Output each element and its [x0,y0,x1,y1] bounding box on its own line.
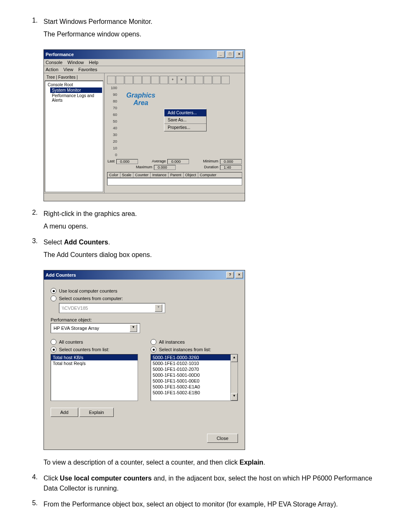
hdr-computer[interactable]: Computer [198,172,242,177]
context-save-as[interactable]: Save As... [164,116,206,123]
stat-last-label: Last [107,159,115,164]
dialog-controls: ? × [226,272,243,278]
menu-action[interactable]: Action [46,67,59,72]
gt-btn[interactable] [133,76,142,84]
context-properties[interactable]: Properties... [164,123,206,131]
menu-favorites[interactable]: Favorites [78,67,97,72]
list-item[interactable]: 5000-1FE1-0102-1010 [151,360,238,366]
list-item[interactable]: 5000-1FE1-5001-00D0 [151,372,238,378]
counters-listbox[interactable]: Total host KB/s Total host Req/s [51,354,138,401]
menu-help[interactable]: Help [89,60,98,65]
gt-btn[interactable] [195,76,203,84]
gt-btn[interactable] [116,76,124,84]
radio-all-instances[interactable] [151,339,156,345]
list-item[interactable]: 5000-1FE1-0102-2070 [151,366,238,372]
menu-window[interactable]: Window [67,60,84,65]
ytick: 50 [107,119,117,123]
step-1-line-2: The Performance window opens. [43,29,374,39]
hdr-parent[interactable]: Parent [169,172,184,177]
gt-btn[interactable] [212,76,221,84]
add-button[interactable]: Add [51,408,78,417]
hdr-object[interactable]: Object [184,172,198,177]
step-3-body: Select Add Counters. The Add Counters di… [43,237,374,262]
radio-select-computer-row[interactable]: Select counters from computer: [51,296,238,301]
step-5-line: From the Performance object box, select … [43,499,374,509]
hdr-counter[interactable]: Counter [133,172,151,177]
radio-all-counters-row[interactable]: All counters [51,339,138,345]
radio-all-counters[interactable] [51,339,56,345]
hdr-scale[interactable]: Scale [120,172,134,177]
perf-object-combo[interactable]: HP EVA Storage Array ▼ [51,323,140,333]
menu-console[interactable]: Console [46,60,62,65]
gt-btn[interactable] [186,76,194,84]
chevron-down-icon[interactable]: ▼ [130,324,137,332]
menu-view[interactable]: View [64,67,74,72]
scroll-up-icon[interactable]: ▲ [231,355,238,362]
list-item[interactable]: 5000-1FE1-5002-E1A0 [151,384,238,390]
gt-btn[interactable] [142,76,151,84]
help-icon[interactable]: ? [226,272,234,278]
hdr-color[interactable]: Color [107,172,120,177]
gt-btn[interactable] [151,76,159,84]
step-2-line-2: A menu opens. [43,221,374,231]
list-item[interactable]: 5000-1FE1-5002-E1B0 [151,390,238,396]
maximize-icon[interactable]: □ [226,51,234,58]
step-5-number: 5. [25,499,43,512]
step-1-number: 1. [25,17,43,42]
perf-object-value: HP EVA Storage Array [54,326,99,331]
context-add-counters[interactable]: Add Counters... [164,109,206,116]
s3-pre: Select [43,239,64,246]
tree-root[interactable]: Console Root [46,82,102,87]
chevron-down-icon[interactable]: ▼ [155,304,162,312]
stat-min-label: Minimum [203,159,218,164]
scrollbar[interactable]: ▲ ▼ [230,355,238,401]
radio-all-instances-row[interactable]: All instances [151,339,238,345]
context-menu: Add Counters... Save As... Properties... [164,109,207,131]
list-item[interactable]: 5000-1FE1-5001-00E0 [151,378,238,384]
gt-btn[interactable] [204,76,212,84]
radio-local-label: Use local computer counters [59,288,117,293]
radio-select-computer[interactable] [51,296,56,301]
gt-btn[interactable] [221,76,230,84]
chart-area[interactable]: 100 90 80 70 60 50 40 30 20 10 0 [107,86,242,157]
close-icon[interactable]: × [235,51,243,58]
radio-select-counters[interactable] [51,347,56,352]
gt-btn[interactable]: × [177,76,186,84]
gt-btn[interactable] [107,76,115,84]
tree-system-monitor[interactable]: System Monitor [50,87,102,93]
perf-object-label: Performance object: [51,317,238,322]
stat-avg-value: 0.000 [167,159,189,164]
close-icon[interactable]: × [235,272,243,278]
list-item[interactable]: 5000-1FE1-0000-3260 [151,355,238,360]
gt-btn[interactable] [125,76,133,84]
explain-body: To view a description of a counter, sele… [43,457,374,470]
tree-logs-alerts[interactable]: Performance Logs and Alerts [50,93,102,103]
radio-select-instances-row[interactable]: Select instances from list: [151,347,238,352]
radio-select-instances[interactable] [151,347,156,352]
radio-local[interactable] [51,288,56,294]
radio-all-counters-label: All counters [59,339,83,344]
gt-btn[interactable] [160,76,168,84]
gt-btn[interactable]: + [169,76,177,84]
list-item[interactable]: Total host Req/s [51,360,138,366]
dialog-title: Add Counters [46,272,76,278]
graph-toolbar: +× [107,76,242,84]
list-item[interactable]: Total host KB/s [51,355,138,360]
tree-list[interactable]: Console Root System Monitor Performance … [45,81,103,192]
instances-listbox[interactable]: 5000-1FE1-0000-3260 5000-1FE1-0102-1010 … [151,354,238,401]
minimize-icon[interactable]: _ [217,51,225,58]
hdr-instance[interactable]: Instance [151,172,169,177]
close-button[interactable]: Close [207,434,238,443]
tree-tabs[interactable]: Tree | Favorites | [45,74,103,81]
explain-button[interactable]: Explain [79,408,114,417]
dialog-titlebar: Add Counters ? × [44,270,245,280]
step-1-line-1: Start Windows Performance Monitor. [43,17,374,27]
scroll-down-icon[interactable]: ▼ [231,393,238,401]
step-4: 4. Click Use local computer counters and… [25,473,374,496]
ytick: 60 [107,113,117,117]
computer-field[interactable]: \\CVDEV185 ▼ [59,303,165,313]
radio-select-counters-row[interactable]: Select counters from list: [51,347,138,352]
performance-window: Performance _ □ × Console Window Help Ac… [43,49,245,201]
chart-plot[interactable]: Graphics Area Add Counters... Save As...… [118,86,240,157]
radio-local-row[interactable]: Use local computer counters [51,288,238,294]
